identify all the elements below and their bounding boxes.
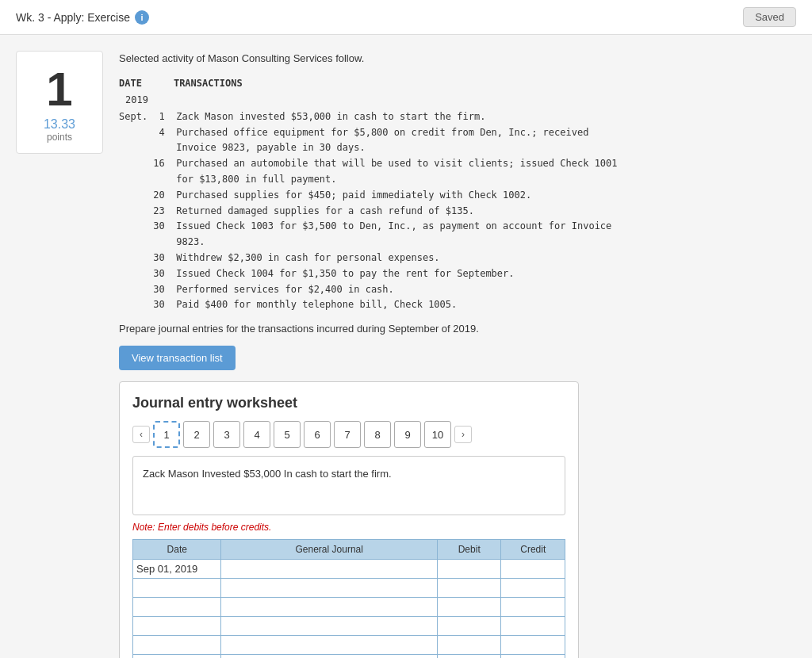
date-cell[interactable]: [133, 579, 221, 598]
journal-cell[interactable]: [221, 636, 438, 655]
saved-button: Saved: [743, 7, 796, 27]
credit-cell[interactable]: [501, 560, 565, 579]
tab-8[interactable]: 8: [364, 421, 391, 448]
tab-10[interactable]: 10: [424, 421, 451, 448]
table-row: [133, 655, 565, 658]
credit-cell[interactable]: [501, 598, 565, 617]
main-content: 1 13.33 points Selected activity of Maso…: [0, 35, 812, 658]
question-number: 1: [46, 66, 72, 113]
worksheet-title: Journal entry worksheet: [132, 395, 565, 411]
tab-7[interactable]: 7: [334, 421, 361, 448]
tab-prev-arrow[interactable]: ‹: [132, 426, 150, 443]
general-journal-header: General Journal: [221, 540, 438, 560]
date-cell[interactable]: Sep 01, 2019: [133, 560, 221, 579]
journal-cell[interactable]: [221, 560, 438, 579]
table-row: Sep 01, 2019: [133, 560, 565, 579]
view-transaction-button[interactable]: View transaction list: [119, 346, 236, 370]
debit-cell[interactable]: [437, 636, 501, 655]
worksheet-container: Journal entry worksheet ‹ 1 2 3 4 5 6 7 …: [119, 381, 579, 658]
credit-cell[interactable]: [501, 579, 565, 598]
tab-1[interactable]: 1: [153, 421, 180, 448]
date-cell[interactable]: [133, 617, 221, 636]
journal-table: Date General Journal Debit Credit Sep 01…: [132, 539, 565, 658]
credit-cell[interactable]: [501, 617, 565, 636]
journal-cell[interactable]: [221, 579, 438, 598]
date-cell[interactable]: [133, 598, 221, 617]
date-cell[interactable]: [133, 655, 221, 658]
credit-header: Credit: [501, 540, 565, 560]
table-row: [133, 579, 565, 598]
content-area: Selected activity of Mason Consulting Se…: [119, 51, 796, 658]
table-row: [133, 617, 565, 636]
points-value: 13.33: [44, 117, 75, 132]
page-title: Wk. 3 - Apply: Exercise i: [16, 10, 149, 25]
debit-header: Debit: [437, 540, 501, 560]
tab-6[interactable]: 6: [304, 421, 331, 448]
debit-cell[interactable]: [437, 560, 501, 579]
debit-cell[interactable]: [437, 579, 501, 598]
tab-next-arrow[interactable]: ›: [454, 426, 472, 443]
year-label: 2019: [125, 93, 796, 108]
tab-4[interactable]: 4: [243, 421, 270, 448]
question-number-box: 1 13.33 points: [16, 51, 103, 154]
transaction-description: Zack Mason Invested $53,000 In cash to s…: [132, 456, 565, 515]
transactions-table: DATE TRANSACTIONS 2019 Sept. 1 Zack Maso…: [119, 76, 796, 314]
credit-cell[interactable]: [501, 655, 565, 658]
date-col-header: DATE: [119, 76, 142, 91]
journal-cell[interactable]: [221, 617, 438, 636]
info-icon[interactable]: i: [135, 10, 149, 25]
transactions-entries: Sept. 1 Zack Mason invested $53,000 in c…: [119, 109, 796, 313]
top-bar: Wk. 3 - Apply: Exercise i Saved: [0, 0, 812, 35]
journal-cell[interactable]: [221, 655, 438, 658]
debit-cell[interactable]: [437, 617, 501, 636]
debit-cell[interactable]: [437, 598, 501, 617]
table-row: [133, 636, 565, 655]
credit-cell[interactable]: [501, 636, 565, 655]
trans-col-header: TRANSACTIONS: [174, 76, 243, 91]
journal-cell[interactable]: [221, 598, 438, 617]
date-cell[interactable]: [133, 636, 221, 655]
debit-cell[interactable]: [437, 655, 501, 658]
table-row: [133, 598, 565, 617]
title-text: Wk. 3 - Apply: Exercise: [16, 11, 130, 24]
points-label: points: [47, 132, 72, 143]
tab-3[interactable]: 3: [213, 421, 240, 448]
intro-text: Selected activity of Mason Consulting Se…: [119, 51, 796, 67]
tab-9[interactable]: 9: [394, 421, 421, 448]
note-text: Note: Enter debits before credits.: [132, 522, 565, 533]
tab-2[interactable]: 2: [183, 421, 210, 448]
tab-5[interactable]: 5: [274, 421, 301, 448]
prepare-text: Prepare journal entries for the transact…: [119, 323, 796, 335]
intro-header: Selected activity of Mason Consulting Se…: [119, 51, 796, 67]
date-header: Date: [133, 540, 221, 560]
tab-navigation: ‹ 1 2 3 4 5 6 7 8 9 10 ›: [132, 421, 565, 448]
